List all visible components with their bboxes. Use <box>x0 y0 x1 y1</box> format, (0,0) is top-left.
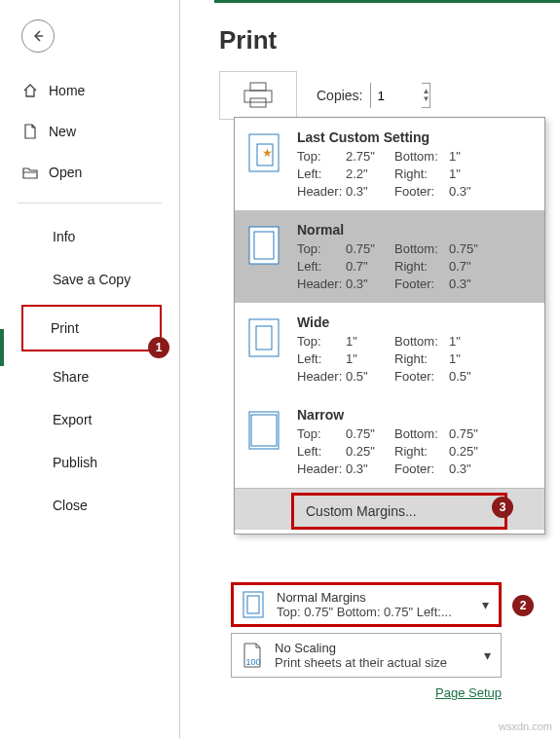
margin-preview-icon <box>248 318 280 357</box>
chevron-down-icon[interactable]: ▼ <box>422 95 429 103</box>
back-button[interactable] <box>21 19 55 53</box>
margin-preview-icon: ★ <box>248 133 280 172</box>
sidebar-item-close[interactable]: Close <box>0 484 179 527</box>
margin-preview-icon <box>248 411 280 450</box>
watermark: wsxdn.com <box>499 720 552 732</box>
sidebar-item-publish[interactable]: Publish <box>0 441 179 484</box>
page-setup-link[interactable]: Page Setup <box>190 685 502 700</box>
svg-rect-0 <box>250 83 266 91</box>
page-title: Print <box>219 25 548 55</box>
sidebar-item-info[interactable]: Info <box>0 215 179 258</box>
margin-preview-icon <box>248 226 280 265</box>
svg-rect-4 <box>247 596 259 613</box>
margin-option-title: Last Custom Setting <box>297 129 535 145</box>
annotation-badge-2: 2 <box>512 595 534 616</box>
sidebar-label: Open <box>49 165 82 180</box>
custom-margins-item[interactable]: Custom Margins... 3 <box>235 488 544 530</box>
custom-margins-label: Custom Margins... <box>306 503 417 519</box>
copies-label: Copies: <box>317 88 362 103</box>
scaling-setting-row[interactable]: 100 No Scaling Print sheets at their act… <box>231 633 502 678</box>
sidebar-item-save-a-copy[interactable]: Save a Copy <box>0 258 179 301</box>
sidebar-item-new[interactable]: New <box>18 111 179 152</box>
scaling-title: No Scaling <box>275 641 474 655</box>
sidebar-item-share[interactable]: Share <box>0 355 179 398</box>
scaling-detail: Print sheets at their actual size <box>275 655 474 670</box>
margins-icon <box>243 591 264 618</box>
margin-option-normal[interactable]: Normal Top:0.75"Bottom:0.75" Left:0.7"Ri… <box>235 210 544 303</box>
margin-option-title: Normal <box>297 222 535 238</box>
open-folder-icon <box>21 164 39 181</box>
sidebar-item-print[interactable]: Print <box>21 305 162 351</box>
back-arrow-icon <box>30 28 46 44</box>
annotation-badge-3: 3 <box>492 497 513 518</box>
sidebar-label: Home <box>49 83 85 98</box>
margin-option-wide[interactable]: Wide Top:1"Bottom:1" Left:1"Right:1" Hea… <box>235 303 544 395</box>
margins-title: Normal Margins <box>277 590 472 605</box>
print-button[interactable] <box>219 71 297 120</box>
copies-spinner[interactable]: ▲ ▼ <box>422 88 429 103</box>
hundred-label: 100 <box>245 657 260 667</box>
chevron-down-icon: ▾ <box>482 597 489 612</box>
svg-rect-13 <box>251 415 277 446</box>
svg-text:★: ★ <box>262 146 273 160</box>
sidebar-item-export[interactable]: Export <box>0 398 179 441</box>
margins-dropdown: ★ Last Custom Setting Top:2.75"Bottom:1"… <box>234 117 545 535</box>
margins-setting-row[interactable]: Normal Margins Top: 0.75" Bottom: 0.75" … <box>231 582 502 627</box>
chevron-down-icon: ▾ <box>484 647 491 663</box>
margin-option-title: Wide <box>297 314 535 330</box>
sidebar-label: New <box>49 124 76 139</box>
svg-rect-10 <box>249 319 279 356</box>
svg-rect-1 <box>244 91 272 102</box>
new-document-icon <box>21 123 39 140</box>
margin-option-last-custom[interactable]: ★ Last Custom Setting Top:2.75"Bottom:1"… <box>235 118 544 210</box>
sidebar-item-open[interactable]: Open <box>18 152 179 193</box>
margin-option-title: Narrow <box>297 407 535 423</box>
home-icon <box>21 82 39 99</box>
margins-detail: Top: 0.75" Bottom: 0.75" Left:... <box>277 605 472 619</box>
backstage-sidebar: Home New Open Info Save a Copy Print Sha… <box>0 0 180 738</box>
margin-option-narrow[interactable]: Narrow Top:0.75"Bottom:0.75" Left:0.25"R… <box>235 395 544 488</box>
svg-rect-12 <box>249 412 279 449</box>
sidebar-item-home[interactable]: Home <box>18 70 179 111</box>
svg-rect-11 <box>256 326 272 350</box>
copies-input[interactable] <box>371 83 422 108</box>
printer-icon <box>242 81 275 110</box>
annotation-badge-1: 1 <box>148 337 169 358</box>
